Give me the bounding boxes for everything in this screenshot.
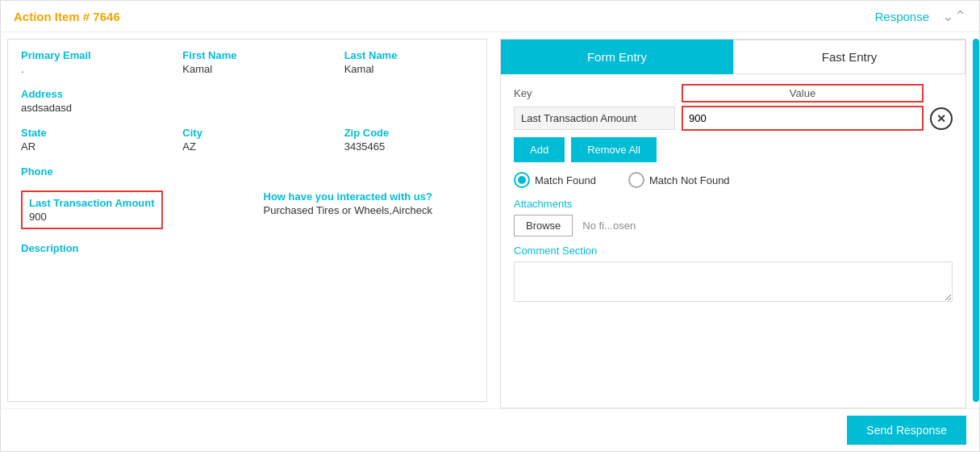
radio-match-found-outer <box>514 172 530 188</box>
add-button[interactable]: Add <box>514 137 565 162</box>
radio-match-not-found[interactable]: Match Not Found <box>628 172 730 188</box>
form-content: Key Value ✕ <box>501 74 965 408</box>
first-name-value: Kamal <box>182 63 311 75</box>
comment-textarea[interactable] <box>514 262 953 302</box>
phone-label: Phone <box>21 165 473 178</box>
kv-row: ✕ <box>514 106 953 131</box>
first-name-field: First Name Kamal <box>182 49 311 75</box>
left-panel: Primary Email . First Name Kamal Last Na… <box>7 39 487 402</box>
radio-match-not-found-label: Match Not Found <box>649 174 730 186</box>
no-file-text: No fi...osen <box>582 220 636 232</box>
field-row-2: State AR City AZ Zip Code 3435465 <box>21 127 473 153</box>
remove-button[interactable]: ✕ <box>930 107 953 130</box>
response-label: Response <box>874 10 929 23</box>
radio-match-found-inner <box>518 176 526 184</box>
radio-match-found[interactable]: Match Found <box>514 172 596 188</box>
send-response-button[interactable]: Send Response <box>847 416 966 445</box>
description-label: Description <box>21 242 473 254</box>
action-title: Action Item # 7646 <box>14 10 120 23</box>
radio-match-found-label: Match Found <box>535 174 596 186</box>
primary-email-field: Primary Email . <box>21 49 150 75</box>
interaction-value: Purchased Tires or Wheels,Aircheck <box>264 204 474 216</box>
zip-code-label: Zip Code <box>344 127 473 139</box>
description-group: Description <box>21 242 473 254</box>
field-row-1: Primary Email . First Name Kamal Last Na… <box>21 49 473 75</box>
zip-code-value: 3435465 <box>344 140 473 153</box>
city-field: City AZ <box>182 127 311 153</box>
primary-email-label: Primary Email <box>21 49 150 61</box>
last-name-value: Kamal <box>344 63 473 75</box>
right-panel: Form Entry Fast Entry Key Value <box>487 32 973 408</box>
header: Action Item # 7646 Response ⌄⌃ <box>1 1 979 32</box>
radio-group: Match Found Match Not Found <box>514 172 953 188</box>
action-buttons: Add Remove All <box>514 137 953 162</box>
expand-icon[interactable]: ⌄⌃ <box>942 7 966 25</box>
interaction-field: How have you interacted with us? Purchas… <box>264 190 474 216</box>
comment-section-label: Comment Section <box>514 245 953 257</box>
field-row-3: Last Transaction Amount 900 How have you… <box>21 190 473 229</box>
last-name-field: Last Name Kamal <box>344 49 473 75</box>
city-value: AZ <box>182 140 311 153</box>
last-transaction-value: 900 <box>29 211 155 223</box>
browse-button[interactable]: Browse <box>514 215 573 236</box>
first-name-label: First Name <box>182 49 311 61</box>
response-area: Form Entry Fast Entry Key Value <box>500 39 966 408</box>
primary-email-value: . <box>21 63 150 75</box>
last-name-label: Last Name <box>344 49 473 61</box>
key-header-label: Key <box>514 87 532 99</box>
attachments-label: Attachments <box>514 198 953 210</box>
remove-icon: ✕ <box>936 112 946 125</box>
address-value: asdsadasd <box>21 102 473 114</box>
address-label: Address <box>21 88 473 100</box>
zip-code-field: Zip Code 3435465 <box>344 127 473 153</box>
last-transaction-highlighted: Last Transaction Amount 900 <box>21 190 163 229</box>
phone-group: Phone <box>21 165 473 178</box>
interaction-label: How have you interacted with us? <box>264 190 474 203</box>
city-label: City <box>182 127 311 139</box>
value-header-label: Value <box>686 87 919 99</box>
remove-all-button[interactable]: Remove All <box>571 137 657 162</box>
main-content: Primary Email . First Name Kamal Last Na… <box>1 32 979 408</box>
kv-key-input[interactable] <box>514 107 675 130</box>
footer: Send Response <box>1 408 979 451</box>
last-transaction-field: Last Transaction Amount 900 <box>21 190 231 229</box>
state-label: State <box>21 127 150 139</box>
attachment-row: Browse No fi...osen <box>514 215 953 236</box>
kv-value-input[interactable] <box>684 108 921 128</box>
tab-form-entry[interactable]: Form Entry <box>501 40 733 74</box>
kv-header: Key Value <box>514 84 953 103</box>
tab-fast-entry[interactable]: Fast Entry <box>733 40 965 74</box>
radio-match-not-found-outer <box>628 172 644 188</box>
right-scrollbar <box>973 39 979 402</box>
state-value: AR <box>21 140 150 153</box>
address-group: Address asdsadasd <box>21 88 473 114</box>
last-transaction-label: Last Transaction Amount <box>29 197 155 209</box>
tabs: Form Entry Fast Entry <box>501 40 965 74</box>
state-field: State AR <box>21 127 150 153</box>
